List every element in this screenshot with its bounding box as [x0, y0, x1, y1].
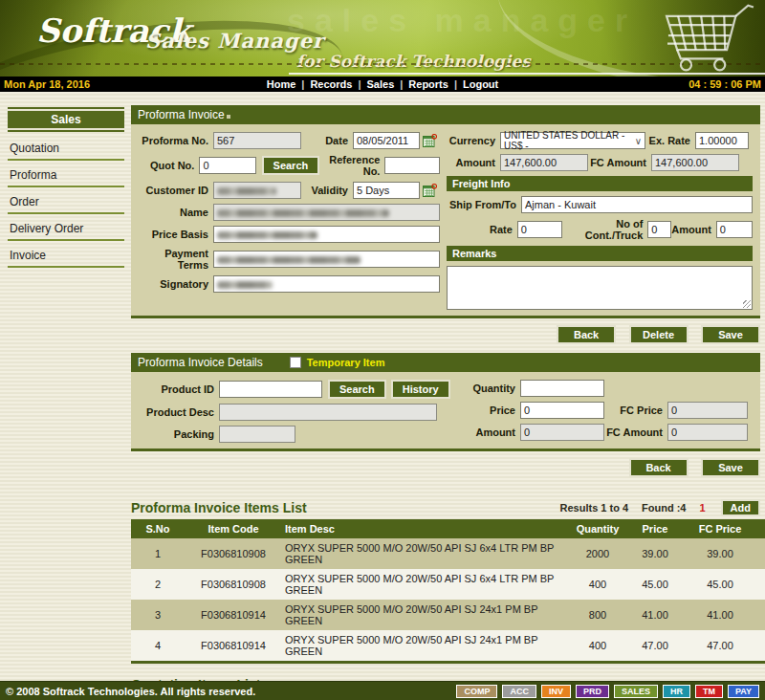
- sidebar: Sales QuotationProformaOrderDelivery Ord…: [8, 105, 124, 268]
- delete-button[interactable]: Delete: [629, 325, 688, 344]
- sidebar-item-order[interactable]: Order: [8, 187, 124, 214]
- items-table-head: S.No Item Code Item Desc Quantity Price …: [131, 519, 765, 538]
- col-quantity: Quantity: [569, 519, 626, 538]
- details-back-button[interactable]: Back: [629, 458, 688, 477]
- table-row: 4F0306810914ORYX SUPER 5000 M/O 20W/50 A…: [131, 630, 765, 663]
- fc-price-field[interactable]: 0: [667, 402, 748, 419]
- detail-amount-field[interactable]: 0: [520, 424, 604, 441]
- remarks-header: Remarks: [447, 246, 753, 261]
- module-button-hr[interactable]: HR: [663, 685, 690, 698]
- module-button-prd[interactable]: PRD: [576, 685, 609, 698]
- chevron-down-icon: ∨: [633, 136, 642, 146]
- table-cell: 400: [569, 630, 626, 663]
- currency-select[interactable]: UNITED STATES DOLLAR - US$ -∨: [500, 132, 645, 149]
- validity-label: Validity: [301, 185, 353, 196]
- add-button[interactable]: Add: [721, 499, 760, 516]
- ex-rate-field[interactable]: 1.00000: [695, 132, 749, 149]
- proforma-no-field[interactable]: 567: [213, 132, 301, 149]
- ship-from-to-field[interactable]: Ajman - Kuwait: [521, 196, 753, 213]
- quantity-label: Quantity: [461, 383, 520, 394]
- table-cell: ORYX SUPER 5000 M/O 20W/50 API SJ 6x4 LT…: [282, 569, 569, 600]
- reference-no-field[interactable]: [384, 157, 440, 174]
- no-of-cont-truck-field[interactable]: 0: [647, 221, 671, 238]
- module-button-comp[interactable]: COMP: [456, 685, 497, 698]
- brand-tagline: for Softrack Technologies: [296, 52, 531, 71]
- fc-amount-field[interactable]: 147,600.00: [651, 154, 739, 171]
- quot-no-field[interactable]: 0: [199, 157, 255, 174]
- table-cell: 41.00: [684, 600, 756, 630]
- nav-links: Home|Records|Sales|Reports|Logout: [166, 78, 599, 90]
- freight-amount-field[interactable]: 0: [716, 221, 753, 238]
- rate-field[interactable]: 0: [517, 221, 563, 238]
- table-cell: 41.00: [626, 600, 684, 630]
- redacted-value: [217, 231, 317, 239]
- calendar-icon[interactable]: [423, 184, 437, 197]
- proforma-invoice-form: Proforma No. 567 Date 08/05/2011 Quot No…: [131, 124, 760, 316]
- table-cell: F0306810914: [185, 630, 282, 663]
- sidebar-item-delivery-order[interactable]: Delivery Order: [8, 214, 124, 241]
- fc-price-label: FC Price: [604, 405, 667, 416]
- save-button[interactable]: Save: [701, 325, 760, 344]
- title-marker: [227, 115, 230, 119]
- name-label: Name: [139, 207, 213, 218]
- calendar-icon[interactable]: [423, 134, 437, 147]
- product-id-field[interactable]: [219, 381, 322, 398]
- validity-field[interactable]: 5 Days: [353, 182, 420, 199]
- module-button-acc[interactable]: ACC: [502, 685, 536, 698]
- brand-product-name: Sales Manager: [145, 29, 324, 53]
- price-field[interactable]: 0: [520, 402, 604, 419]
- details-save-button[interactable]: Save: [701, 458, 760, 477]
- date-field[interactable]: 08/05/2011: [353, 132, 420, 149]
- sidebar-item-proforma[interactable]: Proforma: [8, 161, 124, 187]
- nav-link-records[interactable]: Records: [310, 78, 352, 90]
- nav-separator: |: [352, 78, 366, 90]
- module-button-inv[interactable]: INV: [541, 685, 571, 698]
- price-basis-field[interactable]: [213, 226, 440, 243]
- module-button-pay[interactable]: PAY: [728, 685, 759, 698]
- resize-grip-icon[interactable]: [743, 300, 751, 308]
- invoice-details-panel-header: Proforma Invoice Details Temporary Item: [131, 353, 760, 372]
- col-amount: Amount: [756, 519, 765, 538]
- nav-link-logout[interactable]: Logout: [463, 78, 498, 90]
- back-button[interactable]: Back: [557, 325, 616, 344]
- sidebar-item-quotation[interactable]: Quotation: [8, 134, 124, 161]
- product-search-button[interactable]: Search: [328, 380, 386, 399]
- module-buttons: COMPACCINVPRDSALESHRTMPAY: [456, 685, 759, 698]
- customer-id-field[interactable]: [213, 182, 301, 199]
- quantity-field[interactable]: [520, 380, 604, 397]
- redacted-value: [217, 256, 361, 264]
- fc-amount-label: FC Amount: [588, 157, 651, 168]
- freight-amount-label: Amount: [671, 224, 716, 235]
- shopping-cart-icon: [650, 2, 757, 77]
- top-navbar: Mon Apr 18, 2016 Home|Records|Sales|Repo…: [0, 77, 765, 92]
- customer-id-label: Customer ID: [139, 185, 213, 196]
- signatory-field[interactable]: [213, 275, 440, 293]
- detail-fc-amount-field[interactable]: 0: [667, 424, 748, 441]
- name-field[interactable]: [213, 204, 440, 221]
- copyright-text: © 2008 Softrack Technologies. All rights…: [6, 686, 456, 697]
- panel-title: Proforma Invoice Details: [138, 356, 263, 369]
- module-button-tm[interactable]: TM: [695, 685, 723, 698]
- page-number-link[interactable]: 1: [699, 502, 705, 514]
- table-cell: 78,000.00: [756, 538, 765, 569]
- sidebar-divider: [8, 130, 124, 132]
- product-desc-field[interactable]: [219, 404, 437, 421]
- invoice-details-form: Product ID Search History Product Desc P…: [131, 372, 760, 448]
- col-sno: S.No: [131, 519, 185, 538]
- sidebar-item-invoice[interactable]: Invoice: [8, 241, 124, 268]
- nav-link-home[interactable]: Home: [267, 78, 296, 90]
- remarks-textarea[interactable]: [447, 266, 753, 310]
- product-history-button[interactable]: History: [391, 380, 450, 399]
- packing-field[interactable]: [219, 426, 295, 443]
- payment-terms-field[interactable]: [213, 251, 440, 268]
- amount-field[interactable]: 147,600.00: [500, 154, 588, 171]
- header-banner: sales manager Softrack Sales Manager for…: [0, 0, 765, 77]
- quot-search-button[interactable]: Search: [262, 156, 320, 175]
- table-cell: 2: [131, 569, 185, 600]
- date-label: Date: [301, 135, 353, 146]
- nav-link-sales[interactable]: Sales: [367, 78, 395, 90]
- temporary-item-checkbox[interactable]: [290, 357, 301, 368]
- product-id-label: Product ID: [139, 383, 219, 395]
- nav-link-reports[interactable]: Reports: [408, 78, 448, 90]
- module-button-sales[interactable]: SALES: [614, 685, 658, 698]
